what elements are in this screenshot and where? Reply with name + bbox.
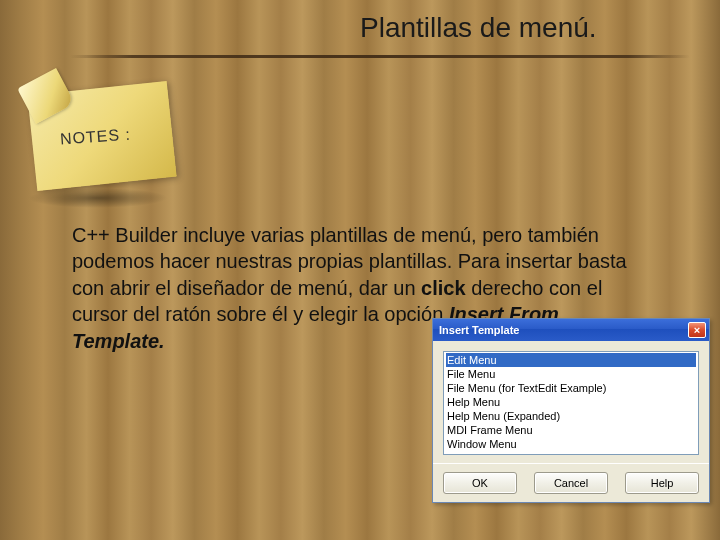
ok-button[interactable]: OK (443, 472, 517, 494)
close-icon: × (694, 325, 700, 336)
list-item[interactable]: MDI Frame Menu (446, 423, 696, 437)
list-item[interactable]: File Menu (for TextEdit Example) (446, 381, 696, 395)
dialog-button-bar: OK Cancel Help (433, 463, 709, 502)
list-item[interactable]: Window Menu (446, 437, 696, 451)
title-underline (70, 55, 690, 58)
list-item[interactable]: Edit Menu (446, 353, 696, 367)
list-item[interactable]: Help Menu (Expanded) (446, 409, 696, 423)
list-item[interactable]: Help Menu (446, 395, 696, 409)
slide-title: Plantillas de menú. (360, 12, 597, 44)
insert-template-dialog: Insert Template × Edit MenuFile MenuFile… (432, 318, 710, 503)
dialog-title: Insert Template (439, 324, 520, 336)
cancel-button[interactable]: Cancel (534, 472, 608, 494)
dialog-titlebar[interactable]: Insert Template × (433, 319, 709, 341)
template-listbox[interactable]: Edit MenuFile MenuFile Menu (for TextEdi… (443, 351, 699, 455)
dialog-body: Edit MenuFile MenuFile Menu (for TextEdi… (433, 341, 709, 463)
list-item[interactable]: File Menu (446, 367, 696, 381)
sticky-note-icon: NOTES : (18, 70, 188, 200)
help-button[interactable]: Help (625, 472, 699, 494)
close-button[interactable]: × (688, 322, 706, 338)
slide: Plantillas de menú. NOTES : C++ Builder … (0, 0, 720, 540)
